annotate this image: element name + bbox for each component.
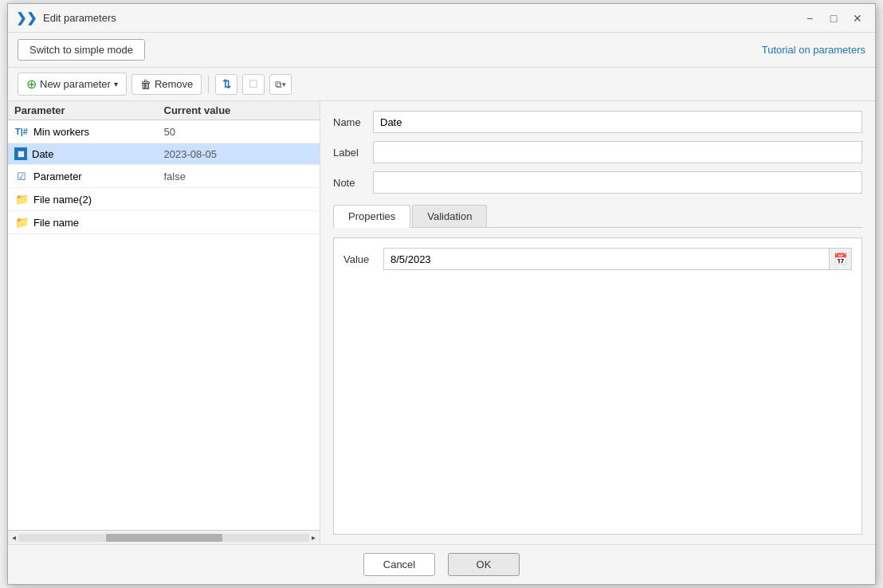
- name-label: Name: [333, 116, 373, 128]
- action-toolbar: ⊕ New parameter ▾ 🗑 Remove ⇅ ☐ ⧉ ▾: [8, 68, 875, 101]
- left-panel: Parameter Current value T|# Min workers …: [8, 101, 320, 544]
- right-panel: Name Label Note Properties Validation: [320, 101, 875, 544]
- scroll-right-arrow[interactable]: ▸: [309, 533, 318, 542]
- scroll-left-arrow[interactable]: ◂: [10, 533, 18, 542]
- scroll-track[interactable]: [18, 534, 309, 542]
- bool-icon: ☑: [14, 169, 29, 183]
- remove-icon: 🗑: [140, 78, 151, 91]
- close-button[interactable]: ✕: [848, 9, 867, 28]
- dialog-title: Edit parameters: [43, 12, 116, 24]
- value-label: Value: [343, 253, 375, 265]
- table-row[interactable]: T|# Min workers 50: [8, 120, 320, 143]
- param-value: false: [164, 171, 314, 182]
- col-current-value: Current value: [164, 104, 314, 116]
- name-input[interactable]: [373, 111, 862, 133]
- sort-icon: ⇅: [222, 78, 231, 90]
- dropdown-arrow-icon: ▾: [114, 80, 118, 88]
- main-content: Parameter Current value T|# Min workers …: [8, 101, 875, 544]
- copy-button[interactable]: ⧉ ▾: [269, 74, 292, 95]
- titlebar: ❯❯ Edit parameters − □ ✕: [8, 4, 875, 33]
- label-field-row: Label: [333, 141, 862, 163]
- date-icon: ▦: [14, 147, 27, 160]
- label-label: Label: [333, 147, 373, 159]
- note-label: Note: [333, 177, 373, 189]
- table-row[interactable]: 📁 File name(2): [8, 188, 320, 211]
- param-value: 2023-08-05: [164, 148, 314, 160]
- col-parameter: Parameter: [14, 104, 164, 116]
- value-row: Value 📅: [343, 248, 852, 270]
- note-field-row: Note: [333, 171, 862, 194]
- table-row[interactable]: 📁 File name: [8, 211, 320, 234]
- name-field-row: Name: [333, 111, 862, 133]
- folder-icon: 📁: [14, 192, 29, 206]
- copy-icon: ⧉: [275, 79, 282, 90]
- scroll-thumb[interactable]: [106, 534, 222, 542]
- new-parameter-button[interactable]: ⊕ New parameter ▾: [18, 73, 127, 96]
- clear-icon: ☐: [249, 78, 258, 90]
- table-row[interactable]: ▦ Date 2023-08-05: [8, 143, 320, 165]
- label-input[interactable]: [373, 141, 862, 163]
- plus-circle-icon: ⊕: [26, 76, 37, 92]
- maximize-button[interactable]: □: [824, 9, 843, 28]
- horizontal-scrollbar[interactable]: ◂ ▸: [8, 530, 320, 544]
- tabs-bar: Properties Validation: [333, 205, 862, 228]
- param-value: 50: [164, 126, 314, 138]
- ok-button[interactable]: OK: [448, 553, 520, 576]
- param-name: Min workers: [33, 126, 89, 138]
- param-name: File name: [33, 217, 79, 229]
- param-name: Parameter: [33, 171, 82, 182]
- param-list: T|# Min workers 50 ▦ Date 2023-08-05 ☑: [8, 120, 320, 530]
- tutorial-link[interactable]: Tutorial on parameters: [762, 44, 865, 56]
- tab-properties[interactable]: Properties: [333, 205, 410, 228]
- table-row[interactable]: ☑ Parameter false: [8, 165, 320, 188]
- properties-content: Value 📅: [333, 237, 862, 535]
- folder-icon: 📁: [14, 215, 29, 229]
- remove-button[interactable]: 🗑 Remove: [131, 74, 202, 95]
- note-input[interactable]: [373, 171, 862, 194]
- sort-button[interactable]: ⇅: [215, 74, 237, 95]
- cancel-button[interactable]: Cancel: [363, 553, 435, 576]
- clear-button[interactable]: ☐: [242, 74, 265, 95]
- param-name: File name(2): [33, 194, 92, 206]
- param-table-header: Parameter Current value: [8, 101, 320, 120]
- tab-validation[interactable]: Validation: [412, 205, 487, 227]
- value-input-wrap: 📅: [383, 248, 852, 270]
- minimize-button[interactable]: −: [800, 9, 819, 28]
- integer-icon: T|#: [14, 124, 29, 139]
- param-name: Date: [32, 148, 53, 160]
- toolbar-separator: [208, 76, 209, 93]
- calendar-button[interactable]: 📅: [829, 249, 851, 269]
- value-input[interactable]: [384, 249, 829, 269]
- switch-simple-button[interactable]: Switch to simple mode: [18, 39, 145, 61]
- app-icon: ❯❯: [16, 10, 37, 25]
- top-toolbar: Switch to simple mode Tutorial on parame…: [8, 33, 875, 68]
- copy-dropdown-icon: ▾: [282, 80, 286, 88]
- bottom-bar: Cancel OK: [8, 544, 875, 584]
